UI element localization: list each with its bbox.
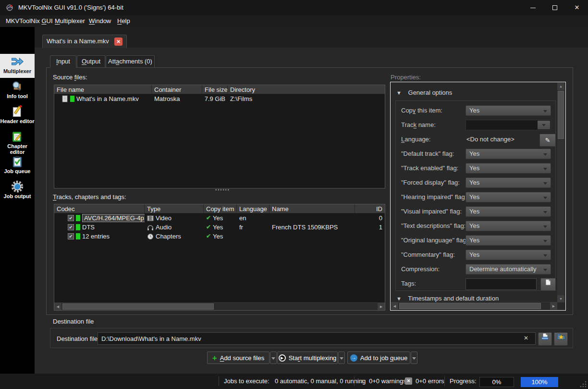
- file-tab-close-icon[interactable]: ✕: [114, 38, 122, 46]
- tab-output[interactable]: Output: [77, 55, 105, 68]
- sidebar-item-header-editor[interactable]: Header editor: [0, 104, 35, 128]
- destination-group-label: Destination file: [53, 318, 94, 325]
- resize-grip[interactable]: [580, 381, 587, 388]
- scroll-up-icon[interactable]: ▲: [557, 83, 564, 90]
- start-multiplexing-button[interactable]: ▶ Start multiplexing: [277, 351, 338, 364]
- add-source-files-menu-button[interactable]: [270, 351, 277, 364]
- jobs-to-execute-value: 0 automatic, 0 manual, 0 running: [275, 377, 366, 385]
- text-descriptions-flag-select[interactable]: Yes: [466, 221, 551, 231]
- splitter-handle[interactable]: ••••••: [215, 188, 230, 192]
- add-to-job-queue-button[interactable]: → Add to job queue: [347, 351, 410, 364]
- col-language[interactable]: Language: [237, 204, 270, 213]
- original-language-flag-select[interactable]: Yes: [466, 235, 551, 246]
- visual-impaired-flag-row: "Visual impaired" flag: Yes: [391, 206, 557, 218]
- chapter-editor-icon: [11, 130, 24, 143]
- col-type[interactable]: Type: [145, 204, 204, 213]
- visual-impaired-flag-select[interactable]: Yes: [466, 206, 551, 217]
- compression-select[interactable]: Determine automatically: [466, 264, 551, 275]
- hearing-impaired-flag-select[interactable]: Yes: [466, 192, 551, 202]
- sidebar-item-job-queue[interactable]: Job queue: [0, 154, 35, 178]
- col-id[interactable]: ID: [355, 204, 385, 213]
- add-to-job-queue-menu-button[interactable]: [411, 351, 417, 364]
- properties-panel: ▼ General options Copy this item: Yes Tr…: [390, 82, 566, 311]
- col-codec[interactable]: Codec: [54, 204, 145, 213]
- scrollbar-thumb[interactable]: [62, 303, 214, 310]
- copy-this-item-row: Copy this item: Yes: [391, 105, 557, 117]
- tab-input[interactable]: Input: [50, 55, 76, 68]
- scroll-left-icon[interactable]: ◀: [54, 303, 61, 310]
- window-title: MKVToolNix GUI v91.0 ('Signs') 64-bit: [18, 4, 123, 11]
- copy-this-item-select[interactable]: Yes: [466, 105, 551, 116]
- menu-multiplexer[interactable]: Multiplexer: [52, 16, 88, 26]
- track-name-input[interactable]: [466, 120, 551, 130]
- close-button[interactable]: ✕: [566, 0, 588, 15]
- track-name: French DTS 1509KBPS: [272, 223, 338, 232]
- track-checkbox[interactable]: ✔: [68, 215, 74, 221]
- source-file-row[interactable]: What's in a Name.mkv Matroska 7.9 GiB Z:…: [54, 94, 385, 103]
- track-checkbox[interactable]: ✔: [68, 233, 74, 239]
- destination-file-input[interactable]: [98, 332, 536, 345]
- default-track-flag-select[interactable]: Yes: [466, 149, 551, 159]
- video-icon: [147, 215, 154, 222]
- commentary-flag-select[interactable]: Yes: [466, 250, 551, 260]
- sidebar-item-info-tool[interactable]: Info tool: [0, 79, 35, 103]
- track-row-chapters[interactable]: ✔ 12 entries Chapters ✔Yes: [54, 232, 385, 241]
- scroll-right-icon[interactable]: ▶: [378, 303, 385, 310]
- section-timestamps[interactable]: ▼ Timestamps and default duration: [396, 295, 499, 302]
- maximize-button[interactable]: [544, 0, 566, 15]
- col-directory[interactable]: Directory: [228, 85, 385, 94]
- scrollbar-thumb[interactable]: [558, 91, 564, 139]
- tab-attachments[interactable]: Attachments (0): [106, 55, 155, 68]
- section-general-options[interactable]: ▼ General options: [396, 89, 452, 96]
- track-enabled-flag-select[interactable]: Yes: [466, 163, 551, 174]
- col-file-size[interactable]: File size: [202, 85, 228, 94]
- track-row-video[interactable]: ✔ AVC/H.264/MPEG-4p... Video ✔Yes en 0: [54, 213, 385, 223]
- scroll-down-icon[interactable]: ▼: [557, 295, 564, 302]
- progress-bar-current: 0%: [479, 377, 514, 387]
- start-multiplexing-menu-button[interactable]: [338, 351, 345, 364]
- track-color-swatch: [76, 215, 80, 221]
- track-codec: AVC/H.264/MPEG-4p...: [82, 214, 145, 222]
- file-tab[interactable]: What's in a Name.mkv ✕: [42, 35, 127, 48]
- header-editor-icon: [11, 105, 24, 118]
- col-copy-item[interactable]: Copy item: [204, 204, 237, 213]
- source-files-label: Source files:: [53, 74, 87, 81]
- folder-star-icon: [557, 333, 565, 340]
- progress-bar-total: 100%: [521, 377, 558, 387]
- sidebar-item-job-output[interactable]: Job output: [0, 179, 35, 203]
- source-files-table: File name Container File size Directory …: [54, 85, 385, 188]
- sidebar-item-multiplexer[interactable]: Multiplexer: [0, 54, 35, 78]
- track-id: 0: [379, 213, 382, 223]
- track-row-audio[interactable]: ✔ DTS Audio ✔Yes fr French DTS 1509KBPS …: [54, 223, 385, 232]
- track-checkbox[interactable]: ✔: [68, 224, 74, 230]
- menu-help[interactable]: Help: [114, 16, 133, 26]
- multiplexer-icon: [11, 55, 24, 68]
- add-source-files-button[interactable]: + Add source files: [207, 351, 270, 364]
- browse-tags-button[interactable]: [540, 278, 556, 291]
- sidebar-item-chapter-editor[interactable]: Chapter editor: [0, 129, 35, 153]
- tracks-hscrollbar[interactable]: ◀ ▶: [54, 302, 385, 310]
- minimize-button[interactable]: [522, 0, 544, 15]
- tags-input[interactable]: [466, 278, 537, 290]
- forced-display-flag-select[interactable]: Yes: [466, 177, 551, 188]
- play-icon: ▶: [279, 354, 286, 362]
- track-codec: DTS: [82, 223, 95, 232]
- chevron-down-button[interactable]: [538, 121, 550, 129]
- scroll-right-icon[interactable]: ▶: [550, 302, 557, 310]
- favorite-destination-button[interactable]: [554, 332, 568, 346]
- track-color-swatch: [76, 224, 80, 230]
- destination-file-label: Destination file:: [57, 335, 99, 342]
- properties-vscrollbar[interactable]: ▲ ▼: [557, 83, 565, 302]
- col-name[interactable]: Name: [270, 204, 355, 213]
- clear-destination-icon[interactable]: ✕: [524, 335, 528, 341]
- browse-destination-button[interactable]: [538, 332, 552, 346]
- edit-language-button[interactable]: ✎: [539, 134, 556, 147]
- scrollbar-thumb[interactable]: [399, 303, 541, 309]
- col-file-name[interactable]: File name: [54, 85, 152, 94]
- menu-mkvtoolnix-gui[interactable]: MKVToolNix GUI: [3, 16, 56, 26]
- scroll-left-icon[interactable]: ◀: [391, 302, 398, 310]
- col-container[interactable]: Container: [152, 85, 202, 94]
- menu-window[interactable]: Window: [86, 16, 114, 26]
- job-output-icon: [11, 180, 24, 193]
- properties-hscrollbar[interactable]: ◀ ▶: [391, 302, 557, 310]
